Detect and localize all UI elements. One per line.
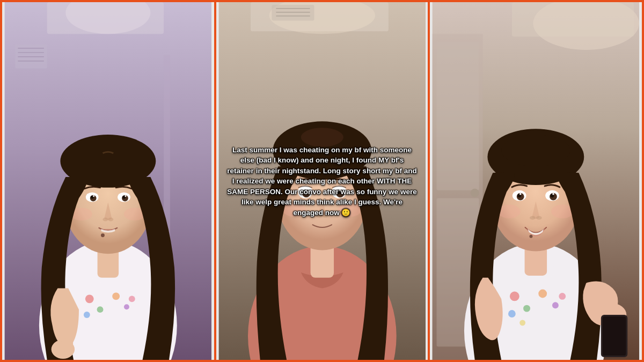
svg-point-74 xyxy=(559,293,566,300)
svg-point-69 xyxy=(510,292,519,301)
panel-left xyxy=(2,2,216,360)
svg-point-93 xyxy=(501,135,570,166)
panel-right xyxy=(430,2,642,360)
svg-point-89 xyxy=(530,216,536,220)
svg-rect-35 xyxy=(64,338,68,352)
svg-point-14 xyxy=(84,312,90,318)
svg-rect-96 xyxy=(603,316,626,356)
video-caption: Last summer I was cheating on my bf with… xyxy=(226,144,417,218)
svg-point-70 xyxy=(523,305,530,312)
svg-rect-2 xyxy=(47,2,164,34)
svg-point-72 xyxy=(552,302,559,308)
svg-point-29 xyxy=(125,195,126,197)
svg-point-30 xyxy=(103,218,108,221)
svg-point-90 xyxy=(536,216,542,220)
svg-point-91 xyxy=(530,235,533,238)
tiktok-collage: Last summer I was cheating on my bf with… xyxy=(0,0,644,362)
svg-rect-36 xyxy=(69,340,73,352)
svg-point-21 xyxy=(101,233,105,237)
svg-point-71 xyxy=(539,290,547,298)
svg-point-15 xyxy=(129,295,135,302)
svg-point-11 xyxy=(97,306,104,313)
svg-point-67 xyxy=(471,189,479,197)
svg-rect-34 xyxy=(57,340,62,352)
svg-rect-63 xyxy=(512,2,634,36)
panel-right-image xyxy=(430,2,642,360)
svg-point-88 xyxy=(553,193,555,195)
panel-center: Last summer I was cheating on my bf with… xyxy=(216,2,430,360)
svg-rect-65 xyxy=(437,42,479,190)
svg-point-10 xyxy=(85,294,94,303)
svg-rect-40 xyxy=(272,5,314,21)
svg-point-12 xyxy=(112,293,120,300)
panel-left-image xyxy=(2,2,214,360)
svg-point-87 xyxy=(519,193,522,195)
svg-point-75 xyxy=(520,320,526,326)
svg-point-28 xyxy=(93,195,94,197)
svg-point-31 xyxy=(108,218,113,221)
svg-point-13 xyxy=(124,304,129,309)
svg-point-73 xyxy=(508,310,516,317)
